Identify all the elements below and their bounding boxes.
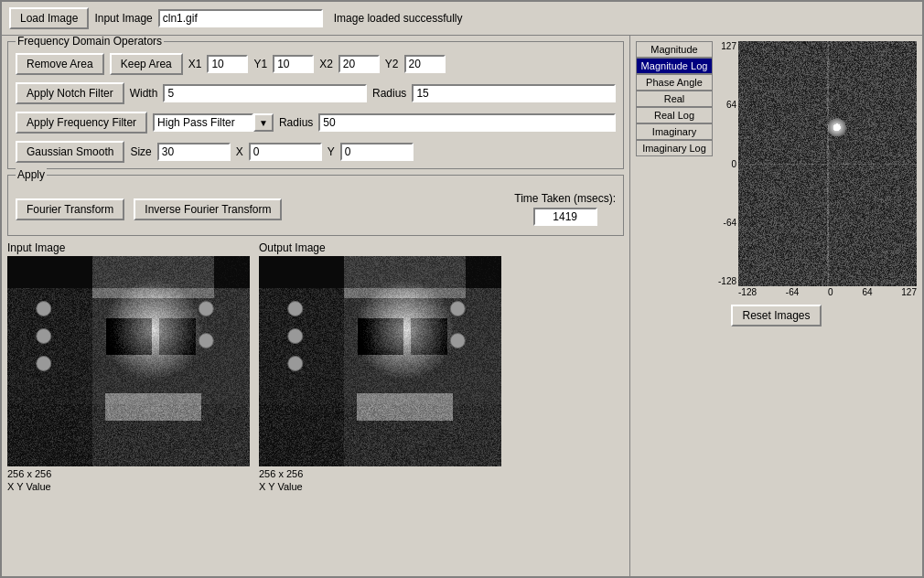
frequency-domain-content: Remove Area Keep Area X1 Y1 X2 Y2 Apply … bbox=[16, 53, 616, 163]
input-image-label: Input Image bbox=[94, 12, 152, 25]
y2-input[interactable] bbox=[404, 55, 446, 73]
x2-label: X2 bbox=[319, 58, 333, 70]
time-section: Time Taken (msecs): bbox=[514, 192, 616, 226]
x-input[interactable] bbox=[249, 143, 322, 161]
input-image-canvas bbox=[7, 256, 250, 466]
row-gaussian: Gaussian Smooth Size X Y bbox=[16, 141, 616, 163]
y-axis-127: 127 bbox=[721, 41, 736, 51]
remove-area-button[interactable]: Remove Area bbox=[16, 53, 104, 75]
apply-frequency-button[interactable]: Apply Frequency Filter bbox=[16, 112, 147, 134]
x1-label: X1 bbox=[188, 58, 202, 70]
y-axis-0: 0 bbox=[731, 159, 736, 169]
view-btn-imaginary[interactable]: Imaginary bbox=[636, 123, 713, 140]
y-label: Y bbox=[328, 145, 335, 158]
view-buttons-column: MagnitudeMagnitude LogPhase AngleRealRea… bbox=[636, 41, 713, 297]
x-label: X bbox=[236, 145, 243, 158]
input-image-xy: X Y Value bbox=[7, 481, 250, 492]
main-window: Load Image Input Image Image loaded succ… bbox=[0, 0, 924, 578]
apply-notch-button[interactable]: Apply Notch Filter bbox=[16, 82, 124, 104]
y-axis: 127 64 0 -64 -128 bbox=[713, 41, 738, 286]
x-axis-0: 0 bbox=[828, 287, 833, 297]
images-row: Input Image 256 x 256 X Y Value Output I… bbox=[7, 241, 624, 571]
size-input[interactable] bbox=[157, 143, 231, 161]
status-text: Image loaded successfully bbox=[334, 12, 463, 25]
row-notch: Apply Notch Filter Width Radius bbox=[16, 82, 616, 104]
x-axis-neg64: -64 bbox=[786, 287, 799, 297]
view-btn-phase-angle[interactable]: Phase Angle bbox=[636, 74, 713, 91]
fourier-transform-button[interactable]: Fourier Transform bbox=[16, 198, 124, 220]
gaussian-smooth-button[interactable]: Gaussian Smooth bbox=[16, 141, 124, 163]
select-arrow-icon[interactable]: ▼ bbox=[253, 113, 274, 132]
view-section: MagnitudeMagnitude LogPhase AngleRealRea… bbox=[636, 41, 917, 297]
input-image-field[interactable] bbox=[158, 9, 323, 27]
view-btn-magnitude[interactable]: Magnitude bbox=[636, 41, 713, 58]
apply-content: Fourier Transform Inverse Fourier Transf… bbox=[16, 192, 616, 226]
chart-with-yaxis: 127 64 0 -64 -128 bbox=[713, 41, 917, 286]
y-axis-64: 64 bbox=[726, 100, 736, 110]
right-panel: MagnitudeMagnitude LogPhase AngleRealRea… bbox=[629, 36, 922, 576]
y-input[interactable] bbox=[340, 143, 414, 161]
apply-title: Apply bbox=[16, 168, 47, 181]
keep-area-button[interactable]: Keep Area bbox=[110, 53, 183, 75]
view-btn-magnitude-log[interactable]: Magnitude Log bbox=[636, 58, 713, 74]
output-image-canvas bbox=[259, 256, 501, 466]
input-image-box bbox=[7, 256, 250, 466]
width-label: Width bbox=[130, 87, 158, 100]
y-axis-neg128: -128 bbox=[718, 276, 736, 286]
output-image-xy: X Y Value bbox=[259, 481, 501, 492]
view-btn-real-log[interactable]: Real Log bbox=[636, 107, 713, 123]
output-image-box bbox=[259, 256, 501, 466]
time-label: Time Taken (msecs): bbox=[514, 192, 616, 205]
x2-input[interactable] bbox=[338, 55, 380, 73]
view-btn-real[interactable]: Real bbox=[636, 91, 713, 107]
input-image-label: Input Image bbox=[7, 241, 250, 254]
y2-label: Y2 bbox=[385, 58, 399, 70]
time-input bbox=[533, 208, 597, 226]
left-panel: Frequency Domain Operators Remove Area K… bbox=[2, 36, 629, 576]
chart-area: 127 64 0 -64 -128 -128 bbox=[713, 41, 917, 297]
output-image-size: 256 x 256 bbox=[259, 468, 501, 479]
radius2-label: Radius bbox=[279, 116, 313, 129]
reset-button-container: Reset Images bbox=[636, 305, 917, 326]
radius2-input[interactable] bbox=[318, 113, 616, 132]
load-image-button[interactable]: Load Image bbox=[9, 7, 89, 29]
y-axis-neg64: -64 bbox=[724, 218, 736, 228]
x-axis: -128 -64 0 64 127 bbox=[713, 287, 917, 297]
y1-label: Y1 bbox=[253, 58, 267, 70]
x-axis-127: 127 bbox=[901, 287, 917, 297]
top-bar: Load Image Input Image Image loaded succ… bbox=[2, 2, 922, 36]
input-image-size: 256 x 256 bbox=[7, 468, 250, 479]
frequency-chart bbox=[738, 41, 917, 286]
input-image-container: Input Image 256 x 256 X Y Value bbox=[7, 241, 250, 571]
content-area: Frequency Domain Operators Remove Area K… bbox=[2, 36, 922, 576]
x1-input[interactable] bbox=[207, 55, 248, 73]
filter-type-select[interactable]: High Pass Filter Low Pass Filter Band Pa… bbox=[153, 113, 253, 132]
view-btn-imaginary-log[interactable]: Imaginary Log bbox=[636, 140, 713, 156]
radius1-input[interactable] bbox=[412, 84, 616, 102]
apply-group: Apply Fourier Transform Inverse Fourier … bbox=[7, 175, 624, 236]
frequency-domain-title: Frequency Domain Operators bbox=[16, 36, 164, 48]
output-image-label: Output Image bbox=[259, 241, 501, 254]
row-frequency: Apply Frequency Filter High Pass Filter … bbox=[16, 112, 616, 134]
filter-type-select-container: High Pass Filter Low Pass Filter Band Pa… bbox=[153, 113, 274, 132]
row-area: Remove Area Keep Area X1 Y1 X2 Y2 bbox=[16, 53, 616, 75]
y1-input[interactable] bbox=[273, 55, 314, 73]
reset-images-button[interactable]: Reset Images bbox=[731, 305, 821, 326]
width-input[interactable] bbox=[163, 84, 367, 102]
output-image-container: Output Image 256 x 256 X Y Value bbox=[259, 241, 501, 571]
x-axis-neg128: -128 bbox=[738, 287, 757, 297]
frequency-domain-group: Frequency Domain Operators Remove Area K… bbox=[7, 41, 624, 169]
frequency-chart-canvas bbox=[738, 41, 917, 286]
x-axis-64: 64 bbox=[862, 287, 872, 297]
size-label: Size bbox=[130, 145, 151, 158]
radius1-label: Radius bbox=[372, 87, 406, 100]
inverse-fourier-button[interactable]: Inverse Fourier Transform bbox=[134, 198, 282, 220]
